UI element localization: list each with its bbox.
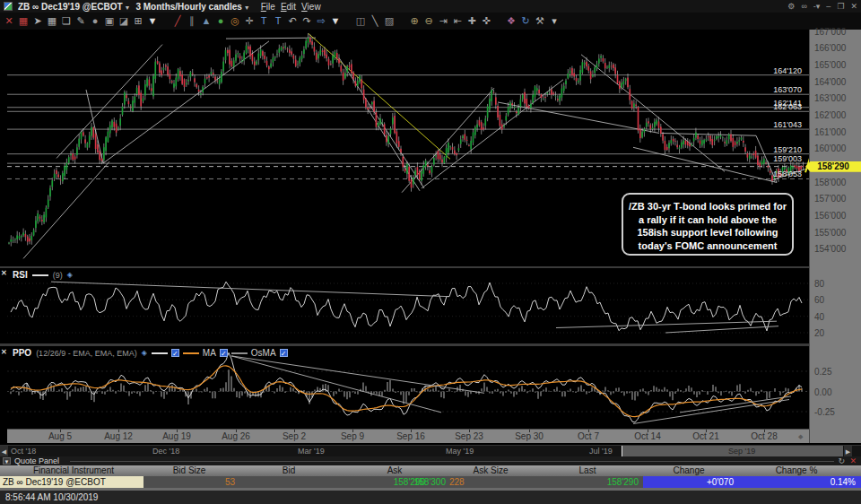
pencil-icon[interactable]: ✎ — [74, 13, 88, 29]
window-controls: ⚙∞-▾–❐✕ — [787, 0, 857, 13]
svg-text:161'043: 161'043 — [773, 120, 802, 129]
volume-bars-icon[interactable]: ∥ — [185, 13, 199, 29]
quote-column-header[interactable]: Bid — [283, 465, 295, 475]
sphere-icon[interactable]: ● — [213, 13, 228, 29]
close-button[interactable]: ✕ — [850, 2, 857, 11]
quote-column-header[interactable]: Ask Size — [474, 465, 509, 475]
scroll-date-label: Oct '18 — [11, 447, 36, 456]
center-chart-icon[interactable]: ✚ — [465, 13, 479, 29]
quote-last: 158'290 — [607, 477, 639, 487]
quote-column-header[interactable]: Change — [673, 465, 704, 475]
price-tick-label: 156'000 — [814, 211, 846, 221]
price-tick-label: 154'000 — [814, 244, 846, 254]
chart-type-dropdown[interactable]: ▼ — [145, 13, 160, 29]
trading-app-window: ZB ∞ Dec19'19 @ECBOT▼ 3 Months/Hourly ca… — [0, 0, 861, 504]
time-tick-label: Oct 21 — [692, 431, 718, 441]
ppo-tick-label: 0.25 — [814, 367, 831, 377]
quote-instrument-cell[interactable]: ZB ∞ Dec19'19 @ECBOT — [0, 476, 144, 488]
pickup-tool-icon[interactable]: ✛ — [242, 13, 257, 29]
time-tick-label: Oct 7 — [578, 431, 599, 441]
pyramid-icon[interactable]: ▲ — [199, 13, 213, 29]
undo-icon[interactable]: ↶ — [285, 13, 300, 29]
zoom-in-icon[interactable]: ⊕ — [407, 13, 422, 29]
ppo-tick-label: 0.00 — [814, 387, 831, 397]
price-tick-label: 158'000 — [814, 178, 846, 187]
image-capture-icon[interactable]: ▣ — [102, 13, 117, 29]
chevron-down-icon: ▼ — [244, 4, 250, 11]
ppo-settings-icon[interactable]: ◈ — [142, 349, 147, 357]
settings-icon[interactable]: ⚙ — [787, 2, 795, 11]
quote-change-highlight — [643, 476, 861, 488]
quote-column-header[interactable]: Ask — [387, 465, 403, 475]
tools-dropdown[interactable]: ▼ — [328, 13, 343, 29]
menu-file[interactable]: File — [261, 2, 275, 12]
maximize-button[interactable]: ❐ — [837, 2, 844, 11]
ppo-legend-checkbox[interactable]: ✓ — [280, 349, 288, 357]
wrench-icon[interactable]: ⚒ — [533, 13, 547, 29]
ruler-icon[interactable]: ◫ — [353, 13, 368, 29]
print-icon[interactable]: ❏ — [59, 13, 74, 29]
text-note-icon[interactable]: T — [257, 13, 271, 29]
ppo-legend-checkbox[interactable]: ✓ — [171, 349, 179, 357]
quote-column-header[interactable]: Change % — [776, 465, 818, 475]
ppo-pane[interactable] — [7, 346, 809, 429]
scroll-date-label: Jul '19 — [589, 447, 613, 456]
snap-grid-icon[interactable]: ▦ — [16, 13, 30, 29]
quote-bid-size: 53 — [225, 477, 235, 487]
pin-icon[interactable]: -▾ — [813, 2, 821, 11]
more-tools-dropdown[interactable]: ▾ — [547, 13, 561, 29]
zoom-out-icon[interactable]: ⊖ — [422, 13, 436, 29]
price-axis[interactable]: 167'000166'000165'000164'000163'000162'0… — [809, 30, 861, 443]
ellipse-tool-icon[interactable]: ● — [88, 13, 102, 29]
menu-edit[interactable]: Edit — [281, 2, 296, 12]
draw-line-icon[interactable]: ╱ — [170, 13, 185, 29]
text-box-icon[interactable]: T — [271, 13, 285, 29]
quote-panel-header: ▼ Quote Panel ↻ ✕ — [0, 456, 861, 465]
quote-close-icon[interactable]: ✕ — [849, 456, 857, 465]
time-axis[interactable]: Aug 5Aug 12Aug 19Aug 26Sep 2Sep 9Sep 16S… — [7, 429, 809, 443]
rsi-period: (9) — [53, 271, 63, 280]
chart-scrollbar[interactable]: ◀ ▶ Oct '18Dec '18Mar '19May '19Jul '19S… — [0, 445, 861, 456]
symbol-selector[interactable]: ZB ∞ Dec19'19 @ECBOT▼ — [18, 2, 130, 12]
grid-icon[interactable]: ▦ — [45, 13, 59, 29]
time-tick-label: Oct 14 — [634, 431, 660, 441]
quote-ask-size: 228 — [449, 477, 465, 487]
price-tick-label: 157'000 — [814, 194, 846, 204]
minimize-button[interactable]: – — [826, 2, 831, 11]
hatch-tool-icon[interactable]: ▨ — [382, 13, 396, 29]
ppo-header: PPO (12/26/9 - EMA, EMA, EMA) ◈ ✓MA✓OsMA… — [13, 348, 288, 358]
quote-row[interactable]: ZB ∞ Dec19'19 @ECBOT 53 158'290 158'300 … — [0, 476, 861, 488]
quote-change-pct: 0.14% — [831, 477, 856, 487]
refresh-data-icon[interactable]: ↻ — [518, 13, 533, 29]
bar-spacing-in-icon[interactable]: ⇥ — [436, 13, 450, 29]
timeframe-selector[interactable]: 3 Months/Hourly candles▼ — [135, 2, 249, 12]
close-chart-icon[interactable]: ✕ — [2, 13, 16, 29]
bar-spacing-out-icon[interactable]: ⇤ — [450, 13, 465, 29]
rsi-settings-icon[interactable]: ◈ — [67, 271, 73, 279]
quote-refresh-icon[interactable]: ↻ — [838, 456, 845, 465]
menu-view[interactable]: View — [301, 2, 321, 12]
chart-annotation-callout[interactable]: /ZB 30-yr T-bond looks primed fora rally… — [622, 193, 794, 256]
link-icon[interactable]: ∞ — [801, 2, 806, 11]
svg-text:159'003: 159'003 — [773, 154, 802, 163]
annotation-line: today's FOMC announcement — [623, 239, 792, 253]
layout-grid-icon[interactable]: ⊞ — [131, 13, 145, 29]
reconnect-icon[interactable]: ❖ — [504, 13, 518, 29]
pointer-tool-icon[interactable]: ➤ — [30, 13, 45, 29]
collapse-triangle-icon[interactable]: ▼ — [3, 457, 11, 465]
target-icon[interactable]: ◎ — [228, 13, 242, 29]
crosshair-icon[interactable]: ✜ — [479, 13, 493, 29]
ppo-legend-checkbox[interactable]: ✓ — [220, 349, 228, 357]
scroll-date-label: Mar '19 — [298, 447, 325, 456]
drawing-toolbar: ✕▦➤▦❏✎●▣◪⊞▼╱∥▲●◎✛TT↶↷⇨▼◫╲▨⊕⊖⇥⇤✚✜❖↻⚒▾ — [0, 13, 861, 30]
quote-column-header[interactable]: Last — [579, 465, 596, 475]
rsi-pane[interactable] — [7, 268, 809, 343]
callout-arrow-icon[interactable]: ⇨ — [314, 13, 328, 29]
last-price-badge: 158'290 — [805, 161, 861, 172]
quote-column-header[interactable]: Bid Size — [173, 465, 206, 475]
image-region-icon[interactable]: ◪ — [117, 13, 131, 29]
redo-icon[interactable]: ↷ — [300, 13, 314, 29]
price-tick-label: 163'000 — [814, 93, 846, 103]
trendline-tool-icon[interactable]: ╲ — [368, 13, 382, 29]
quote-column-header[interactable]: Financial Instrument — [33, 465, 114, 475]
